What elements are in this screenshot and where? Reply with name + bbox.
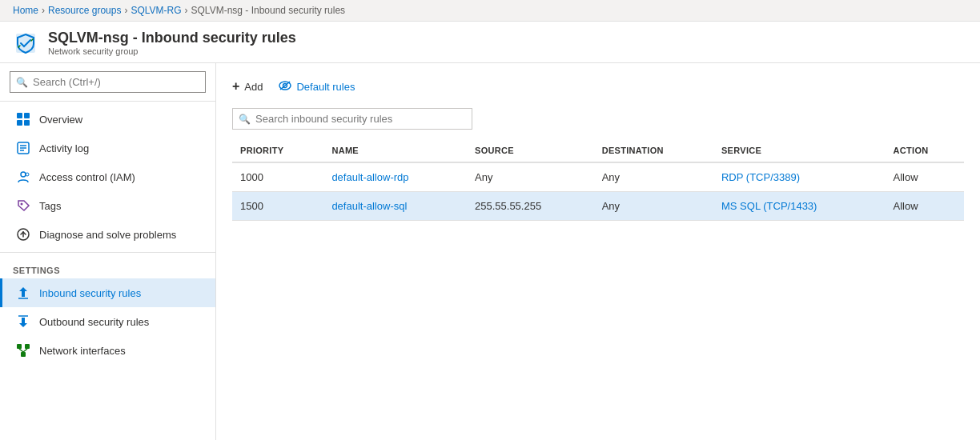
outbound-icon bbox=[15, 314, 31, 330]
sidebar-item-network-interfaces[interactable]: Network interfaces bbox=[0, 336, 215, 365]
page-header: SQLVM-nsg - Inbound security rules Netwo… bbox=[0, 22, 980, 63]
sidebar-label-outbound: Outbound security rules bbox=[39, 316, 149, 328]
nsg-icon bbox=[13, 30, 38, 56]
cell-priority: 1500 bbox=[232, 192, 323, 221]
table-header-row: PRIORITY NAME SOURCE DESTINATION SERVICE… bbox=[232, 139, 964, 162]
col-header-service: SERVICE bbox=[713, 139, 886, 162]
add-button[interactable]: + Add bbox=[232, 76, 263, 97]
service-link[interactable]: RDP (TCP/3389) bbox=[721, 171, 800, 183]
breadcrumb-sqlvm-rg[interactable]: SQLVM-RG bbox=[131, 5, 181, 16]
main-layout: 🔍 Overview Activity log bbox=[0, 63, 980, 440]
rule-name-link[interactable]: default-allow-rdp bbox=[331, 171, 408, 183]
default-rules-button[interactable]: Default rules bbox=[279, 77, 355, 97]
plus-icon: + bbox=[232, 79, 239, 94]
sidebar-nav: Overview Activity log Access control (IA… bbox=[0, 102, 215, 368]
sidebar-search-container: 🔍 bbox=[0, 63, 215, 102]
breadcrumb-sep-2: › bbox=[124, 5, 127, 16]
svg-rect-2 bbox=[24, 113, 30, 118]
breadcrumb-current: SQLVM-nsg - Inbound security rules bbox=[191, 5, 346, 16]
col-header-name: NAME bbox=[323, 139, 467, 162]
cell-service: RDP (TCP/3389) bbox=[713, 162, 886, 192]
default-rules-label: Default rules bbox=[296, 81, 355, 93]
sidebar-label-diagnose: Diagnose and solve problems bbox=[39, 229, 176, 241]
svg-point-9 bbox=[21, 172, 26, 177]
page-subtitle: Network security group bbox=[48, 46, 296, 56]
table-row[interactable]: 1500 default-allow-sql 255.55.55.255 Any… bbox=[232, 192, 964, 221]
cell-service: MS SQL (TCP/1433) bbox=[713, 192, 886, 221]
sidebar-label-inbound: Inbound security rules bbox=[39, 287, 141, 299]
svg-line-21 bbox=[19, 349, 23, 352]
sidebar-label-access-control: Access control (IAM) bbox=[39, 171, 135, 183]
sidebar-item-inbound-security-rules[interactable]: Inbound security rules bbox=[0, 278, 215, 307]
table-search-container: 🔍 bbox=[232, 108, 472, 130]
cell-destination: Any bbox=[594, 192, 713, 221]
svg-rect-1 bbox=[17, 113, 22, 118]
sidebar-search-icon: 🔍 bbox=[16, 77, 28, 88]
sidebar-item-access-control[interactable]: Access control (IAM) bbox=[0, 162, 215, 191]
cell-priority: 1000 bbox=[232, 162, 323, 192]
eye-icon bbox=[279, 80, 291, 94]
table-search-input[interactable] bbox=[232, 108, 472, 130]
main-content: + Add Default rules 🔍 PRIORITY NAME SOUR… bbox=[216, 63, 980, 440]
breadcrumb-resource-groups[interactable]: Resource groups bbox=[48, 5, 121, 16]
sidebar-item-outbound-security-rules[interactable]: Outbound security rules bbox=[0, 307, 215, 336]
breadcrumb: Home › Resource groups › SQLVM-RG › SQLV… bbox=[0, 0, 980, 22]
activity-icon bbox=[15, 140, 31, 156]
breadcrumb-sep-3: › bbox=[185, 5, 188, 16]
cell-action: Allow bbox=[886, 162, 964, 192]
breadcrumb-home[interactable]: Home bbox=[13, 5, 38, 16]
cell-action: Allow bbox=[886, 192, 964, 221]
page-header-icon bbox=[13, 30, 38, 56]
svg-rect-20 bbox=[21, 352, 26, 357]
svg-point-11 bbox=[21, 203, 23, 206]
cell-source: 255.55.55.255 bbox=[467, 192, 594, 221]
diagnose-icon bbox=[15, 226, 31, 242]
rules-table: PRIORITY NAME SOURCE DESTINATION SERVICE… bbox=[232, 139, 964, 221]
inbound-icon bbox=[15, 285, 31, 301]
svg-line-22 bbox=[23, 349, 27, 352]
sidebar-label-tags: Tags bbox=[39, 200, 61, 212]
col-header-priority: PRIORITY bbox=[232, 139, 323, 162]
sidebar: 🔍 Overview Activity log bbox=[0, 63, 216, 440]
sidebar-item-diagnose[interactable]: Diagnose and solve problems bbox=[0, 220, 215, 249]
svg-rect-4 bbox=[24, 120, 30, 126]
network-icon bbox=[15, 342, 31, 358]
svg-rect-3 bbox=[17, 120, 22, 126]
sidebar-label-activity-log: Activity log bbox=[39, 142, 89, 154]
sidebar-item-tags[interactable]: Tags bbox=[0, 191, 215, 220]
table-search-icon: 🔍 bbox=[239, 114, 251, 125]
col-header-destination: DESTINATION bbox=[594, 139, 713, 162]
svg-rect-19 bbox=[25, 344, 30, 349]
add-label: Add bbox=[244, 81, 263, 93]
rule-name-link[interactable]: default-allow-sql bbox=[331, 200, 407, 212]
sidebar-search-input[interactable] bbox=[10, 71, 206, 93]
cell-name: default-allow-rdp bbox=[323, 162, 467, 192]
sidebar-item-overview[interactable]: Overview bbox=[0, 105, 215, 134]
tags-icon bbox=[15, 198, 31, 214]
cell-destination: Any bbox=[594, 162, 713, 192]
access-icon bbox=[15, 169, 31, 185]
sidebar-label-network: Network interfaces bbox=[39, 345, 126, 357]
overview-icon bbox=[15, 111, 31, 127]
page-title: SQLVM-nsg - Inbound security rules bbox=[48, 30, 296, 46]
nav-divider bbox=[0, 252, 215, 253]
toolbar: + Add Default rules bbox=[232, 76, 964, 97]
svg-rect-18 bbox=[17, 344, 22, 349]
breadcrumb-sep-1: › bbox=[42, 5, 45, 16]
col-header-action: ACTION bbox=[886, 139, 964, 162]
cell-name: default-allow-sql bbox=[323, 192, 467, 221]
page-header-text: SQLVM-nsg - Inbound security rules Netwo… bbox=[48, 30, 296, 56]
col-header-source: SOURCE bbox=[467, 139, 594, 162]
service-link[interactable]: MS SQL (TCP/1433) bbox=[721, 200, 817, 212]
cell-source: Any bbox=[467, 162, 594, 192]
sidebar-label-overview: Overview bbox=[39, 114, 82, 126]
settings-section-label: SETTINGS bbox=[0, 256, 215, 278]
sidebar-item-activity-log[interactable]: Activity log bbox=[0, 134, 215, 162]
search-wrap: 🔍 bbox=[10, 71, 206, 93]
table-row[interactable]: 1000 default-allow-rdp Any Any RDP (TCP/… bbox=[232, 162, 964, 192]
